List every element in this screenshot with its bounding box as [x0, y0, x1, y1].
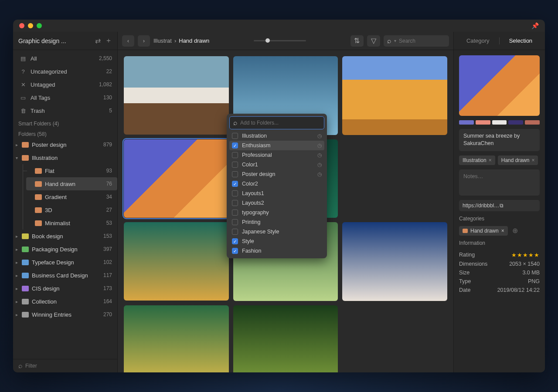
- disclosure-icon[interactable]: ▸: [16, 299, 22, 304]
- checkbox[interactable]: ✓: [232, 248, 238, 254]
- folder-row[interactable]: ▸ Business Card Design 117: [13, 269, 117, 282]
- popup-folder-item[interactable]: typography: [229, 208, 324, 217]
- add-icon[interactable]: ＋: [105, 36, 112, 45]
- disclosure-icon[interactable]: ▸: [16, 312, 22, 317]
- color-swatch[interactable]: [459, 120, 474, 125]
- checkbox[interactable]: ✓: [232, 142, 238, 149]
- checkbox[interactable]: [232, 200, 238, 206]
- tab-selection[interactable]: Selection: [509, 37, 532, 44]
- breadcrumb[interactable]: Illustrat › Hand drawn: [153, 37, 209, 44]
- folder-row[interactable]: ▸ CIS design 173: [13, 282, 117, 295]
- maximize-icon[interactable]: [37, 23, 42, 28]
- popup-folder-item[interactable]: Japanese Style: [229, 227, 324, 237]
- disclosure-icon[interactable]: ▸: [16, 260, 22, 265]
- disclosure-icon[interactable]: ▸: [16, 234, 22, 239]
- filter-button[interactable]: ▽: [367, 35, 380, 47]
- notes-field[interactable]: Notes…: [459, 169, 540, 196]
- folder-row[interactable]: ▾ Illustration: [13, 151, 117, 164]
- sidebar-item[interactable]: ✕ Untagged 1,082: [13, 78, 117, 91]
- thumbnail[interactable]: [124, 222, 229, 301]
- popup-folder-item[interactable]: ✓ Fashion: [229, 246, 324, 256]
- popup-folder-item[interactable]: Poster design ◷: [229, 169, 324, 179]
- sort-button[interactable]: ⇅: [350, 35, 364, 47]
- remove-category-icon[interactable]: ×: [501, 228, 504, 234]
- crumb-current[interactable]: Hand drawn: [179, 37, 209, 44]
- folder-row[interactable]: ▸ Collection 164: [13, 295, 117, 308]
- checkbox[interactable]: [232, 190, 238, 196]
- sidebar-item[interactable]: ▭ All Tags 130: [13, 91, 117, 104]
- nav-forward-button[interactable]: ›: [138, 35, 150, 47]
- popup-folder-item[interactable]: Layouts1: [229, 189, 324, 198]
- thumbnail[interactable]: [124, 56, 229, 135]
- sidebar-item[interactable]: 🗑 Trash 5: [13, 104, 117, 117]
- sidebar-item[interactable]: ▤ All 2,550: [13, 52, 117, 65]
- thumbnail[interactable]: [342, 222, 447, 301]
- folder-row[interactable]: ▸ Packaging Design 397: [13, 243, 117, 256]
- popup-search-input[interactable]: [240, 120, 320, 126]
- category-pill[interactable]: Hand drawn ×: [459, 226, 508, 236]
- url-field[interactable]: https://dribbble.com/sa ⧉: [459, 200, 540, 211]
- sidebar-filter[interactable]: ⌕: [13, 359, 117, 372]
- folder-row[interactable]: ▸ Poster design 879: [13, 138, 117, 151]
- pin-icon[interactable]: 📌: [531, 22, 539, 29]
- checkbox[interactable]: [232, 229, 238, 235]
- folder-row[interactable]: ▸ Book design 153: [13, 230, 117, 243]
- color-swatch[interactable]: [525, 120, 540, 125]
- checkbox[interactable]: [232, 210, 238, 216]
- checkbox[interactable]: [232, 171, 238, 177]
- popup-folder-item[interactable]: Layouts2: [229, 198, 324, 208]
- filter-input[interactable]: [25, 363, 112, 369]
- disclosure-icon[interactable]: ▸: [16, 247, 22, 252]
- disclosure-icon[interactable]: ▾: [16, 155, 22, 160]
- checkbox[interactable]: [232, 152, 238, 158]
- color-swatch[interactable]: [476, 120, 490, 125]
- tab-category[interactable]: Category: [466, 37, 490, 44]
- swap-icon[interactable]: ⇄: [95, 37, 101, 45]
- thumbnail-selected[interactable]: [124, 139, 229, 218]
- preview-image[interactable]: [459, 55, 540, 116]
- sidebar-item[interactable]: ? Uncategorized 22: [13, 65, 117, 78]
- close-icon[interactable]: [19, 23, 24, 28]
- tag-pill[interactable]: Illustration×: [459, 155, 495, 165]
- thumbnail[interactable]: [342, 56, 447, 135]
- nav-back-button[interactable]: ‹: [122, 35, 134, 47]
- popup-folder-item[interactable]: Illustration ◷: [229, 131, 324, 141]
- remove-tag-icon[interactable]: ×: [531, 157, 534, 163]
- folder-row[interactable]: Flat 93: [26, 164, 117, 177]
- folder-row[interactable]: ▸ Winning Entries 270: [13, 308, 117, 321]
- tag-pill[interactable]: Hand drawn×: [498, 155, 538, 165]
- color-swatch[interactable]: [508, 120, 523, 125]
- checkbox[interactable]: ✓: [232, 238, 238, 244]
- popup-folder-item[interactable]: Printing: [229, 217, 324, 227]
- zoom-slider[interactable]: [254, 40, 306, 41]
- folder-row[interactable]: Gradient 34: [26, 190, 117, 203]
- library-title[interactable]: Graphic design ...: [18, 37, 91, 44]
- thumbnail[interactable]: [124, 305, 229, 373]
- add-category-icon[interactable]: ⊕: [512, 227, 518, 234]
- title-field[interactable]: Summer sea breeze by SakuraChen: [459, 129, 540, 151]
- checkbox[interactable]: [232, 162, 238, 168]
- disclosure-icon[interactable]: ▸: [16, 286, 22, 291]
- popup-folder-item[interactable]: ✓ Enthusiasm ◷: [229, 141, 324, 150]
- folder-row[interactable]: 3D 27: [26, 203, 117, 216]
- minimize-icon[interactable]: [28, 23, 33, 28]
- thumbnail[interactable]: [233, 305, 338, 373]
- search-field[interactable]: ⌕▾: [384, 35, 449, 47]
- checkbox[interactable]: ✓: [232, 181, 238, 187]
- popup-folder-item[interactable]: Color1 ◷: [229, 160, 324, 169]
- open-link-icon[interactable]: ⧉: [500, 203, 537, 209]
- color-swatch[interactable]: [492, 120, 507, 125]
- popup-folder-item[interactable]: ✓ Color2: [229, 179, 324, 189]
- folder-row[interactable]: Hand drawn 76: [26, 177, 117, 190]
- popup-folder-item[interactable]: Professional ◷: [229, 150, 324, 160]
- disclosure-icon[interactable]: ▸: [16, 273, 22, 278]
- checkbox[interactable]: [232, 219, 238, 225]
- folder-row[interactable]: Minimalist 53: [26, 216, 117, 230]
- remove-tag-icon[interactable]: ×: [489, 157, 492, 163]
- folder-row[interactable]: ▸ Typeface Design 102: [13, 256, 117, 269]
- popup-search[interactable]: ⌕: [229, 116, 324, 129]
- popup-folder-item[interactable]: ✓ Style: [229, 237, 324, 246]
- crumb-parent[interactable]: Illustrat: [153, 37, 172, 44]
- checkbox[interactable]: [232, 133, 238, 139]
- disclosure-icon[interactable]: ▸: [16, 142, 22, 147]
